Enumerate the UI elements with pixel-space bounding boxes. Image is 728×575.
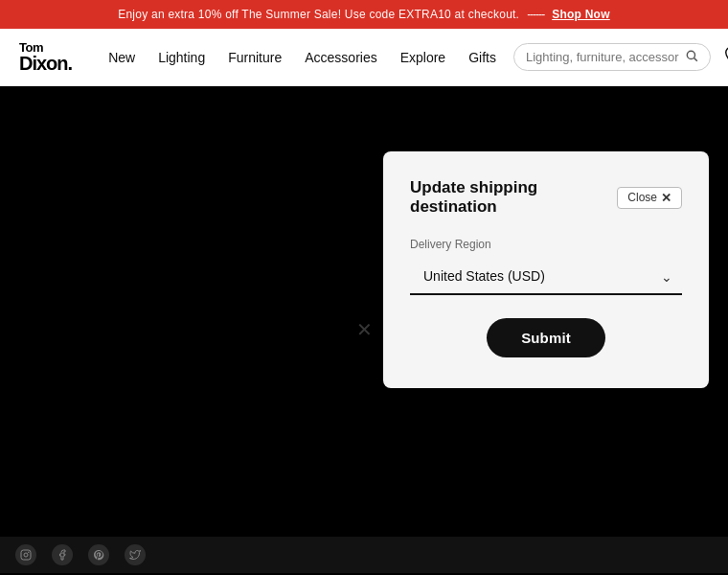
logo-dixon: Dixon. [19,54,72,73]
nav-item-new[interactable]: New [99,42,145,73]
search-input[interactable] [526,50,679,64]
svg-line-1 [694,58,697,61]
banner-message: Enjoy an extra 10% off The Summer Sale! … [118,8,519,21]
nav-item-furniture[interactable]: Furniture [218,42,291,73]
region-select[interactable]: United States (USD) United Kingdom (GBP)… [410,259,682,295]
location-icon[interactable] [722,46,728,68]
shop-now-link[interactable]: Shop Now [552,8,610,21]
nav-item-explore[interactable]: Explore [391,42,455,73]
delivery-region-label: Delivery Region [410,238,682,251]
submit-button[interactable]: Submit [487,318,605,357]
site-header: Tom Dixon. New Lighting Furniture Access… [0,29,728,86]
close-x-icon: ✕ [661,191,671,205]
modal-header: Update shipping destination Close ✕ [410,178,682,217]
nav-item-lighting[interactable]: Lighting [148,42,215,73]
shipping-modal: Update shipping destination Close ✕ Deli… [383,151,709,388]
banner-separator: ------ [527,8,544,21]
main-nav: New Lighting Furniture Accessories Explo… [99,42,506,73]
modal-body: Delivery Region United States (USD) Unit… [410,238,682,357]
header-icon-group [722,46,728,68]
svg-point-0 [687,51,694,58]
promo-banner: Enjoy an extra 10% off The Summer Sale! … [0,0,728,29]
modal-close-button[interactable]: Close ✕ [617,187,682,209]
search-box [513,43,711,71]
search-icon[interactable] [685,49,698,65]
region-select-wrapper: United States (USD) United Kingdom (GBP)… [410,259,682,295]
nav-item-gifts[interactable]: Gifts [459,42,506,73]
close-label: Close [627,191,657,204]
nav-item-accessories[interactable]: Accessories [295,42,386,73]
site-logo[interactable]: Tom Dixon. [19,41,72,73]
modal-title: Update shipping destination [410,178,617,217]
main-content: ✕ Update shipping destination Close ✕ De… [0,86,728,573]
